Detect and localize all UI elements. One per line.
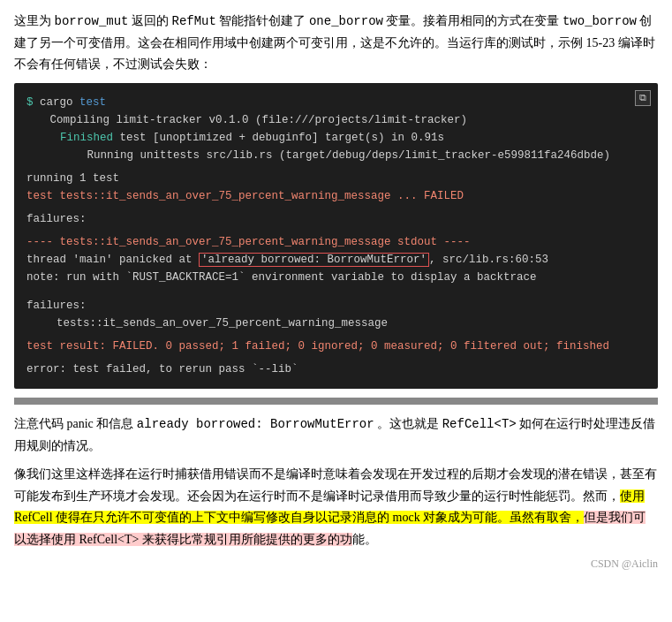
scrollbar-track[interactable] bbox=[14, 398, 658, 405]
code-ref-one-borrow: one_borrow bbox=[309, 14, 383, 28]
code-line-error: error: test failed, to rerun pass `--lib… bbox=[26, 360, 646, 378]
code-line-note: note: run with `RUST_BACKTRACE=1` enviro… bbox=[26, 269, 646, 286]
code-line-running: Running unittests src/lib.rs (target/deb… bbox=[26, 147, 646, 164]
code-line-fail-test: tests::it_sends_an_over_75_percent_warni… bbox=[26, 315, 646, 332]
code-line-panic: thread 'main' panicked at 'already borro… bbox=[26, 251, 646, 269]
code-line-cmd: $ cargo test bbox=[26, 94, 646, 111]
code-line-compiling: Compiling limit-tracker v0.1.0 (file:///… bbox=[26, 111, 646, 129]
code-line-test-result: test tests::it_sends_an_over_75_percent_… bbox=[26, 187, 646, 205]
code-ref-borrow-mut: borrow_mut bbox=[55, 14, 129, 28]
code-ref-refmut: RefMut bbox=[172, 14, 216, 28]
bottom-para-2: 像我们这里这样选择在运行时捕获借用错误而不是编译时意味着会发现在开发过程的后期才… bbox=[14, 464, 658, 550]
copy-button[interactable]: ⧉ bbox=[635, 90, 651, 106]
code-line-running1: running 1 test bbox=[26, 170, 646, 187]
bottom-para-1: 注意代码 panic 和信息 already borrowed: BorrowM… bbox=[14, 413, 658, 457]
code-line-failures1: failures: bbox=[26, 210, 646, 228]
code-ref-two-borrow: two_borrow bbox=[563, 14, 637, 28]
code-line-test-summary: test result: FAILED. 0 passed; 1 failed;… bbox=[26, 338, 646, 355]
bottom-text-section: 注意代码 panic 和信息 already borrowed: BorrowM… bbox=[14, 413, 658, 550]
watermark: CSDN @Aiclin bbox=[14, 558, 658, 571]
code-line-fail-header: ---- tests::it_sends_an_over_75_percent_… bbox=[26, 233, 646, 251]
scrollbar-thumb[interactable] bbox=[14, 398, 658, 405]
code-block: ⧉ $ cargo test Compiling limit-tracker v… bbox=[14, 83, 658, 389]
page-container: 这里为 borrow_mut 返回的 RefMut 智能指针创建了 one_bo… bbox=[0, 0, 672, 585]
intro-paragraph: 这里为 borrow_mut 返回的 RefMut 智能指针创建了 one_bo… bbox=[14, 11, 658, 74]
code-line-finished: Finished test [unoptimized + debuginfo] … bbox=[26, 129, 646, 147]
code-line-failures2: failures: bbox=[26, 297, 646, 315]
